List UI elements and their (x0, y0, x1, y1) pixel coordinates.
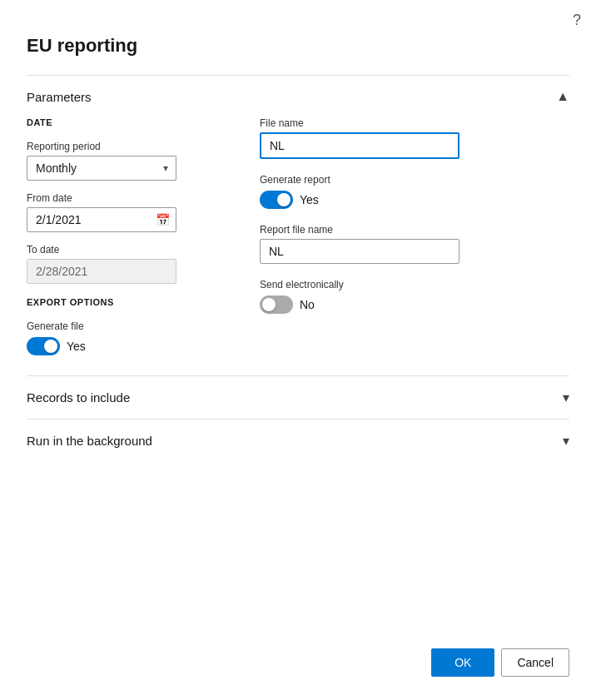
left-column: DATE Reporting period Monthly Quarterly … (27, 117, 226, 355)
send-electronically-label: Send electronically (260, 279, 569, 290)
reporting-period-select-wrapper: Monthly Quarterly Yearly ▾ (27, 156, 176, 181)
parameters-section-title: Parameters (27, 90, 92, 104)
from-date-field: From date 📅 (27, 192, 226, 232)
generate-file-toggle-knob (44, 340, 57, 353)
generate-file-toggle[interactable] (27, 337, 60, 355)
right-column: File name Generate report Yes Report f (260, 117, 569, 355)
report-file-name-field: Report file name (260, 224, 569, 264)
report-file-name-input[interactable] (260, 239, 459, 264)
generate-file-label: Generate file (27, 320, 226, 332)
reporting-period-label: Reporting period (27, 141, 226, 152)
footer-buttons: OK Cancel (431, 648, 569, 677)
generate-report-label: Generate report (260, 174, 569, 186)
records-chevron-icon: ▾ (563, 390, 569, 405)
background-section: Run in the background ▾ (27, 419, 569, 462)
report-file-name-label: Report file name (260, 224, 569, 236)
send-electronically-toggle-row: No (260, 295, 569, 314)
send-electronically-toggle-knob (262, 298, 276, 311)
main-card: Parameters ▲ DATE Reporting period Month… (27, 75, 569, 462)
parameters-chevron-icon: ▲ (556, 89, 569, 104)
parameters-section: Parameters ▲ DATE Reporting period Month… (27, 75, 569, 375)
send-electronically-field: Send electronically No (260, 279, 569, 314)
from-date-input-wrapper: 📅 (27, 207, 176, 232)
help-icon[interactable]: ? (573, 12, 581, 29)
cancel-button[interactable]: Cancel (501, 648, 569, 677)
page-title: EU reporting (27, 35, 137, 57)
export-options-label: EXPORT OPTIONS (27, 297, 226, 307)
to-date-field: To date (27, 244, 226, 284)
from-date-input[interactable] (27, 207, 176, 232)
to-date-input (27, 259, 176, 284)
records-section-header[interactable]: Records to include ▾ (27, 376, 569, 419)
generate-report-toggle-label: Yes (300, 193, 319, 206)
generate-report-field: Generate report Yes (260, 174, 569, 209)
parameters-section-header[interactable]: Parameters ▲ (27, 76, 569, 117)
reporting-period-select[interactable]: Monthly Quarterly Yearly (27, 156, 176, 181)
background-chevron-icon: ▾ (563, 433, 569, 449)
export-options-section: EXPORT OPTIONS Generate file Yes (27, 297, 226, 355)
send-electronically-toggle-label: No (300, 298, 315, 311)
generate-file-toggle-label: Yes (67, 340, 86, 353)
generate-report-toggle[interactable] (260, 191, 293, 209)
generate-report-toggle-knob (277, 193, 291, 206)
records-section: Records to include ▾ (27, 375, 569, 419)
from-date-calendar-icon[interactable]: 📅 (156, 213, 170, 226)
generate-report-toggle-row: Yes (260, 191, 569, 209)
file-name-label: File name (260, 117, 569, 129)
file-name-field: File name (260, 117, 569, 159)
background-section-header[interactable]: Run in the background ▾ (27, 420, 569, 462)
reporting-period-field: Reporting period Monthly Quarterly Yearl… (27, 141, 226, 181)
date-section-label: DATE (27, 117, 226, 127)
to-date-input-wrapper (27, 259, 176, 284)
send-electronically-toggle[interactable] (260, 295, 293, 314)
generate-file-toggle-row: Yes (27, 337, 226, 355)
ok-button[interactable]: OK (431, 648, 494, 677)
background-section-title: Run in the background (27, 434, 152, 448)
to-date-label: To date (27, 244, 226, 256)
parameters-content: DATE Reporting period Monthly Quarterly … (27, 117, 569, 375)
from-date-label: From date (27, 192, 226, 204)
file-name-input[interactable] (260, 132, 459, 159)
records-section-title: Records to include (27, 390, 130, 405)
